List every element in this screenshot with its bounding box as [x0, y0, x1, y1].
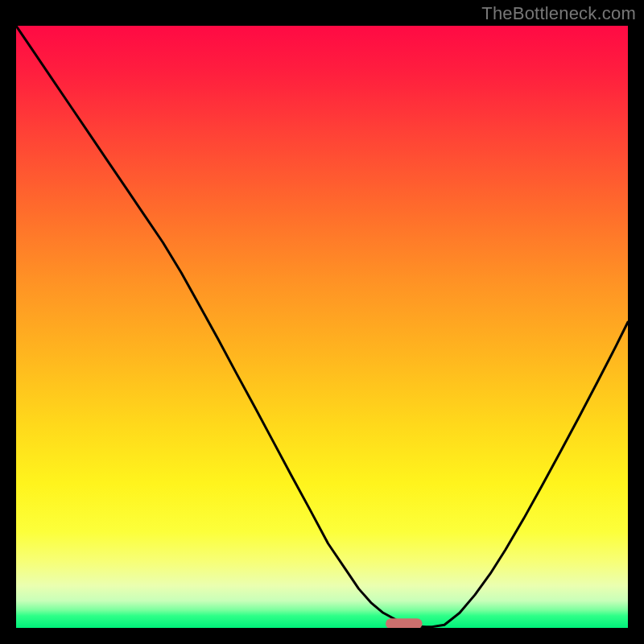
plot-area — [16, 26, 628, 628]
chart-frame: TheBottleneck.com — [0, 0, 644, 644]
svg-rect-0 — [386, 618, 423, 628]
optimal-marker — [16, 26, 628, 628]
watermark-text: TheBottleneck.com — [481, 3, 636, 24]
